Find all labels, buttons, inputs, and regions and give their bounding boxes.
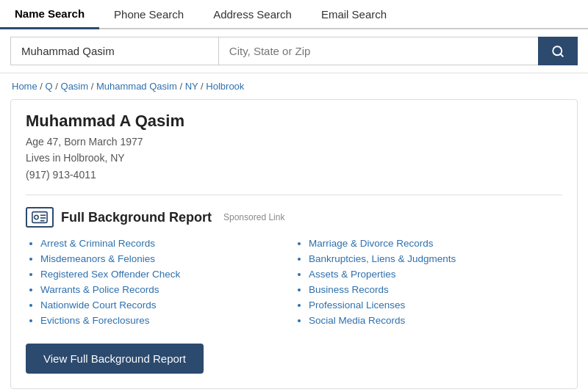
- breadcrumb-home[interactable]: Home: [12, 81, 37, 92]
- report-right-item: Professional Licenses: [309, 300, 562, 311]
- search-icon: [551, 45, 564, 58]
- tab-address-search[interactable]: Address Search: [198, 0, 306, 28]
- svg-point-3: [35, 215, 39, 219]
- report-left-item: Misdemeanors & Felonies: [40, 253, 294, 264]
- svg-line-1: [560, 54, 562, 56]
- profile-name: Muhammad A Qasim: [26, 112, 562, 131]
- breadcrumb-city[interactable]: Holbrook: [206, 81, 244, 92]
- report-right-item: Assets & Properties: [309, 269, 562, 280]
- report-right-column: Marriage & Divorce RecordsBankruptcies, …: [294, 238, 562, 330]
- report-title: Full Background Report: [61, 210, 212, 225]
- section-divider: [26, 195, 562, 195]
- search-button[interactable]: [538, 37, 578, 65]
- report-left-item: Arrest & Criminal Records: [40, 238, 294, 249]
- report-icon: [26, 207, 54, 228]
- breadcrumb: Home / Q / Qasim / Muhammad Qasim / NY /…: [0, 73, 588, 99]
- tab-phone-search[interactable]: Phone Search: [99, 0, 198, 28]
- search-name-input[interactable]: [10, 37, 218, 65]
- tab-name-search[interactable]: Name Search: [0, 0, 99, 29]
- report-header: Full Background Report Sponsored Link: [26, 207, 562, 228]
- report-left-item: Warrants & Police Records: [40, 284, 294, 295]
- search-location-input[interactable]: [218, 37, 538, 65]
- report-right-item: Business Records: [309, 284, 562, 295]
- report-left-item: Nationwide Court Records: [40, 300, 294, 311]
- breadcrumb-state[interactable]: NY: [185, 81, 198, 92]
- search-bar: [0, 29, 588, 73]
- profile-card: Muhammad A Qasim Age 47, Born March 1977…: [10, 99, 578, 389]
- report-right-item: Social Media Records: [309, 315, 562, 326]
- breadcrumb-fullname[interactable]: Muhammad Qasim: [96, 81, 177, 92]
- tab-email-search[interactable]: Email Search: [306, 0, 401, 28]
- report-left-column: Arrest & Criminal RecordsMisdemeanors & …: [26, 238, 294, 330]
- profile-phone: (917) 913-4011: [26, 167, 562, 183]
- nav-tabs: Name Search Phone Search Address Search …: [0, 0, 588, 29]
- id-card-icon: [32, 211, 48, 224]
- report-left-item: Evictions & Foreclosures: [40, 315, 294, 326]
- report-lists: Arrest & Criminal RecordsMisdemeanors & …: [26, 238, 562, 330]
- profile-location: Lives in Holbrook, NY: [26, 150, 562, 166]
- breadcrumb-qasim[interactable]: Qasim: [61, 81, 89, 92]
- profile-age: Age 47, Born March 1977: [26, 134, 562, 150]
- report-right-item: Marriage & Divorce Records: [309, 238, 562, 249]
- report-left-item: Registered Sex Offender Check: [40, 269, 294, 280]
- view-background-report-button[interactable]: View Full Background Report: [26, 344, 204, 374]
- breadcrumb-q[interactable]: Q: [46, 81, 53, 92]
- sponsored-label: Sponsored Link: [223, 212, 284, 222]
- report-right-item: Bankruptcies, Liens & Judgments: [309, 253, 562, 264]
